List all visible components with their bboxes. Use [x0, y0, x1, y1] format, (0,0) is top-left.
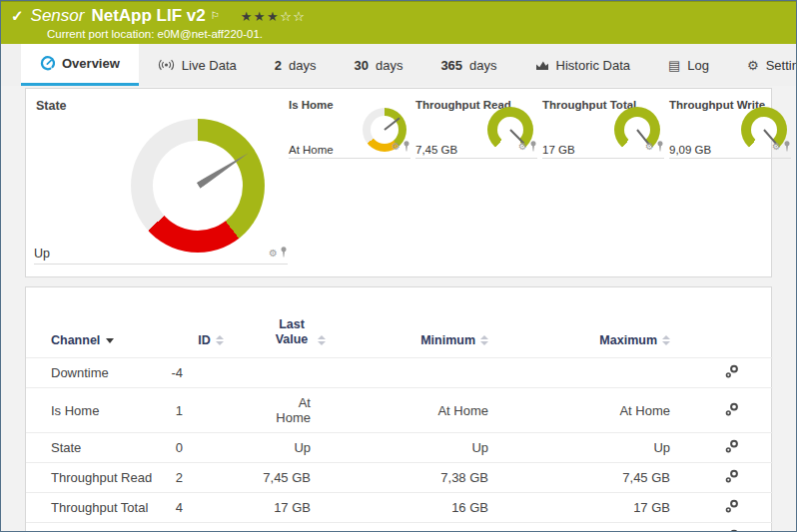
channel-id: 1: [161, 388, 261, 433]
sort-icon: [480, 335, 488, 345]
object-kind-label: Sensor: [31, 6, 85, 26]
channel-last-value: 9,09 GB: [261, 523, 336, 532]
tab-number: 365: [440, 58, 462, 73]
gauge-tile-throughput-write: Throughput Write 9,09 GB ⚙: [669, 97, 791, 159]
tab-label: Historic Data: [556, 58, 630, 73]
state-gauge[interactable]: [131, 119, 265, 253]
gauge-settings-icon[interactable]: ⚙: [392, 142, 400, 152]
area-chart-icon: [535, 59, 549, 71]
channel-last-value: Up: [261, 433, 336, 463]
channel-id: -4: [161, 358, 261, 388]
channel-minimum: 16 GB: [336, 493, 515, 523]
channel-last-value: 7,45 GB: [261, 463, 336, 493]
column-header-id[interactable]: ID: [161, 287, 261, 358]
gauge-settings-icon[interactable]: ⚙: [269, 249, 278, 259]
table-row-throughput-write: Throughput Write 3 9,09 GB 9 GB 9,09 GB: [26, 523, 773, 532]
gauge-tile-throughput-read: Throughput Read 7,45 GB ⚙: [415, 97, 537, 159]
tab-settings[interactable]: ⚙ Settings: [728, 44, 797, 86]
channel-last-value: At Home: [261, 388, 336, 433]
pin-icon[interactable]: [280, 247, 288, 261]
tab-365-days[interactable]: 365 days: [421, 44, 515, 86]
tab-number: 2: [275, 58, 282, 73]
pin-icon[interactable]: [402, 138, 410, 156]
channel-maximum: Up: [515, 433, 697, 463]
state-gauge-value: Up: [34, 247, 50, 261]
channel-settings-icon[interactable]: [725, 402, 739, 419]
table-row-state: State 0 Up Up Up: [26, 433, 773, 463]
gauge-value: 7,45 GB: [415, 144, 457, 156]
gauge-settings-icon[interactable]: ⚙: [645, 142, 654, 152]
tab-30-days[interactable]: 30 days: [335, 44, 421, 86]
channel-maximum: 9,09 GB: [515, 523, 697, 532]
gauge-settings-icon[interactable]: ⚙: [518, 142, 527, 152]
channel-maximum: 7,45 GB: [515, 463, 697, 493]
column-header-channel[interactable]: Channel: [26, 287, 161, 358]
channel-minimum: [336, 358, 515, 388]
channel-name: Throughput Write: [26, 523, 161, 532]
channel-settings-icon[interactable]: [725, 439, 739, 456]
tab-log[interactable]: ▤ Log: [649, 44, 728, 86]
channel-minimum: At Home: [336, 388, 515, 433]
channel-minimum: 9 GB: [336, 523, 515, 532]
channel-name: Downtime: [26, 358, 161, 388]
mini-gauge-row: Is Home At Home ⚙ Throughput Read: [289, 97, 796, 159]
page-title: NetApp LIF v2: [91, 6, 205, 26]
state-gauge-footer: Up ⚙: [34, 247, 288, 265]
channel-maximum: At Home: [515, 388, 697, 433]
channel-id: 0: [161, 433, 261, 463]
gauge-value: At Home: [289, 144, 334, 156]
sensor-header: ✓ Sensor NetApp LIF v2 ⚐ ★★★☆☆ Current p…: [1, 1, 796, 44]
channel-minimum: 7,38 GB: [336, 463, 515, 493]
gauge-value: 9,09 GB: [669, 144, 711, 156]
tab-historic-data[interactable]: Historic Data: [516, 44, 649, 86]
channel-name: State: [26, 433, 161, 463]
gauge-settings-icon[interactable]: ⚙: [772, 142, 781, 152]
gauge-icon: [40, 56, 55, 71]
tab-2-days[interactable]: 2 days: [256, 44, 336, 86]
tab-label: days: [469, 58, 496, 73]
pin-icon[interactable]: [783, 138, 791, 156]
tab-bar: Overview Live Data 2 days 30 days 365 da…: [1, 44, 796, 86]
priority-stars[interactable]: ★★★☆☆: [241, 10, 307, 23]
star-empty-icons[interactable]: ☆☆: [280, 9, 306, 24]
state-gauge-title: State: [36, 99, 67, 113]
channel-id: 2: [161, 463, 261, 493]
channel-id: 4: [161, 493, 261, 523]
tab-label: Overview: [62, 56, 120, 71]
gear-icon: ⚙: [747, 59, 759, 72]
table-row-throughput-total: Throughput Total 4 17 GB 16 GB 17 GB: [26, 493, 773, 523]
gauge-value: 17 GB: [542, 144, 575, 156]
column-header-last-value[interactable]: Last Value: [261, 287, 336, 358]
flag-icon[interactable]: ⚐: [211, 6, 220, 26]
pin-icon[interactable]: [656, 138, 664, 156]
channel-settings-icon[interactable]: [725, 499, 739, 516]
tab-label: Live Data: [182, 58, 237, 73]
channel-table-panel: Channel ID Last Value Minimum Maximum Do…: [25, 286, 772, 532]
pin-icon[interactable]: [529, 138, 537, 156]
gauge-tile-throughput-total: Throughput Total 17 GB ⚙: [542, 97, 664, 159]
channel-settings-icon[interactable]: [725, 469, 739, 486]
sort-icon: [216, 335, 224, 345]
prtg-sensor-page: { "header": { "check_icon": "✓", "kind":…: [0, 0, 797, 532]
tab-live-data[interactable]: Live Data: [139, 44, 256, 86]
tab-label: days: [376, 58, 402, 73]
tab-label: Log: [687, 58, 709, 73]
channel-name: Throughput Total: [26, 493, 161, 523]
channel-minimum: Up: [336, 433, 515, 463]
tab-label: Settings: [766, 58, 797, 73]
table-row-downtime: Downtime -4: [26, 358, 773, 388]
sensor-status-message: Current port location: e0M@net-aff220-01…: [47, 28, 786, 40]
sort-icon: [662, 335, 670, 345]
gauges-panel: State Up ⚙ Is Home At Home ⚙: [25, 88, 772, 277]
table-row-throughput-read: Throughput Read 2 7,45 GB 7,38 GB 7,45 G…: [26, 463, 773, 493]
channel-last-value: 17 GB: [261, 493, 336, 523]
gauge-tile-is-home: Is Home At Home ⚙: [289, 97, 410, 159]
channel-name: Throughput Read: [26, 463, 161, 493]
channel-name: Is Home: [26, 388, 161, 433]
column-header-minimum[interactable]: Minimum: [336, 287, 515, 358]
tab-overview[interactable]: Overview: [21, 44, 139, 86]
tab-label: days: [289, 58, 316, 73]
channel-settings-icon[interactable]: [725, 364, 739, 381]
star-filled-icons[interactable]: ★★★: [241, 9, 280, 24]
column-header-maximum[interactable]: Maximum: [515, 287, 697, 358]
